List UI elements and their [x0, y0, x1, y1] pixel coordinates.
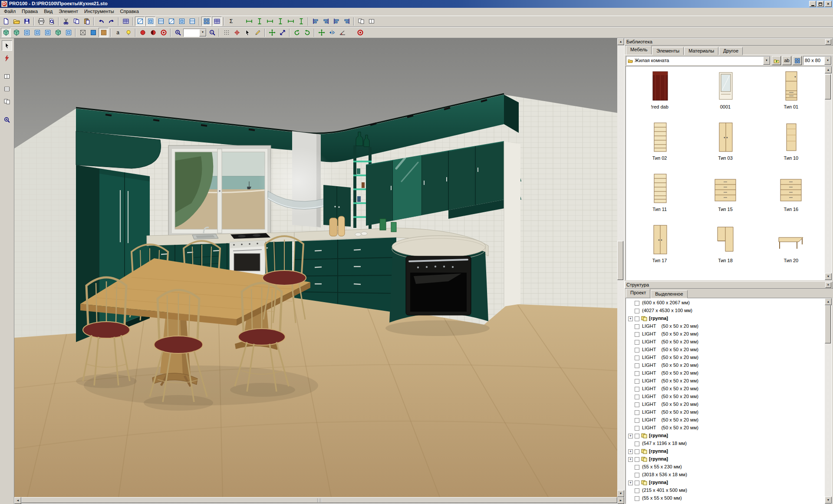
- pan-view-button[interactable]: [316, 28, 326, 37]
- library-item[interactable]: Тип 11: [627, 171, 692, 223]
- structure-item[interactable]: LIGHT (50 x 50 x 20 мм): [628, 408, 825, 416]
- draw-pencil-button[interactable]: [253, 28, 263, 37]
- view-perspective-button[interactable]: [1, 28, 11, 37]
- item-checkbox[interactable]: [635, 395, 639, 399]
- show-library-panel-toggle[interactable]: [201, 16, 211, 26]
- viewport-vscrollbar[interactable]: ▲ ▼: [617, 38, 624, 497]
- sort-alpha-button[interactable]: ab: [782, 56, 791, 65]
- structure-item[interactable]: LIGHT (50 x 50 x 20 мм): [628, 338, 825, 346]
- expand-toggle[interactable]: +: [628, 316, 633, 321]
- item-checkbox[interactable]: [635, 316, 639, 321]
- thumbnail-view-button[interactable]: [793, 56, 802, 65]
- item-checkbox[interactable]: [635, 441, 639, 446]
- minimize-button[interactable]: [809, 1, 816, 7]
- structure-item[interactable]: LIGHT (50 x 50 x 20 мм): [628, 362, 825, 369]
- menu-view[interactable]: Вид: [41, 8, 56, 15]
- redo-button[interactable]: [106, 16, 116, 26]
- item-checkbox[interactable]: [635, 418, 639, 423]
- scroll-down-button[interactable]: ▼: [825, 273, 832, 280]
- item-checkbox[interactable]: [635, 481, 639, 485]
- expand-toggle[interactable]: +: [628, 457, 633, 462]
- library-item[interactable]: !red dab: [627, 69, 692, 120]
- show-grid-toggle[interactable]: [145, 16, 155, 26]
- scrollbar-track[interactable]: [21, 497, 617, 504]
- size-dropdown-button[interactable]: ▼: [824, 56, 831, 65]
- structure-group[interactable]: +[группа]: [628, 315, 825, 323]
- split-horizontal-button[interactable]: [2, 71, 12, 82]
- menu-help[interactable]: Справка: [117, 8, 142, 15]
- structure-item[interactable]: LIGHT (50 x 50 x 20 мм): [628, 416, 825, 424]
- item-checkbox[interactable]: [635, 449, 639, 454]
- item-checkbox[interactable]: [635, 379, 639, 384]
- thumb-size-combo[interactable]: 80 x 80 ▼: [803, 56, 832, 65]
- structure-item[interactable]: (55 x 55 x 500 мм): [628, 494, 825, 502]
- color-mode-button[interactable]: [88, 28, 98, 37]
- item-checkbox[interactable]: [635, 348, 639, 352]
- dim-height-button[interactable]: [254, 16, 264, 26]
- scrollbar-thumb[interactable]: [21, 497, 617, 503]
- item-checkbox[interactable]: [635, 488, 639, 493]
- item-checkbox[interactable]: [635, 457, 639, 462]
- structure-group[interactable]: +[группа]: [628, 448, 825, 455]
- view-top-button[interactable]: [22, 28, 32, 37]
- structure-item[interactable]: LIGHT (50 x 50 x 20 мм): [628, 393, 825, 401]
- dim-width-button[interactable]: [244, 16, 254, 26]
- close-button[interactable]: ×: [825, 1, 832, 7]
- window[interactable]: [166, 145, 273, 240]
- scroll-right-button[interactable]: ►: [617, 497, 624, 504]
- library-item[interactable]: Тип 15: [692, 171, 758, 223]
- view-axonometric-button[interactable]: [11, 28, 21, 37]
- scroll-down-button[interactable]: ▼: [825, 497, 832, 504]
- maximize-button[interactable]: [817, 1, 824, 7]
- price-list-button[interactable]: Σ: [226, 16, 236, 26]
- viewport-3d-view[interactable]: [14, 38, 617, 497]
- view-corner-button[interactable]: [53, 28, 63, 37]
- zoom-dropdown-button[interactable]: ▼: [199, 29, 206, 36]
- show-selection-frame-toggle[interactable]: [135, 16, 145, 26]
- ungroup-elements-button[interactable]: [366, 16, 376, 26]
- item-checkbox[interactable]: [635, 356, 639, 360]
- show-structure-panel-toggle[interactable]: [212, 16, 222, 26]
- tab-selected[interactable]: Выделенное: [651, 290, 687, 298]
- align-bottom-button[interactable]: [342, 16, 352, 26]
- item-checkbox[interactable]: [635, 465, 639, 470]
- structure-item[interactable]: (55 x 55 x 230 мм): [628, 463, 825, 471]
- item-checkbox[interactable]: [635, 473, 639, 478]
- group-elements-button[interactable]: [356, 16, 366, 26]
- item-checkbox[interactable]: [635, 434, 639, 438]
- structure-scrollbar[interactable]: ▲ ▼: [825, 298, 832, 504]
- tab-furniture[interactable]: Мебель: [626, 46, 652, 55]
- library-item[interactable]: Тип 20: [758, 223, 824, 274]
- show-lights-toggle[interactable]: [187, 16, 197, 26]
- library-item[interactable]: Тип 18: [692, 223, 758, 274]
- folder-up-button[interactable]: [772, 56, 781, 65]
- library-item[interactable]: Тип 02: [627, 120, 692, 171]
- align-right-button[interactable]: [321, 16, 331, 26]
- item-checkbox[interactable]: [635, 496, 639, 501]
- item-checkbox[interactable]: [635, 309, 639, 313]
- dimension-tool-button[interactable]: [2, 53, 12, 63]
- mirror-element-button[interactable]: [327, 28, 337, 37]
- view-front-button[interactable]: [32, 28, 42, 37]
- move-element-button[interactable]: [267, 28, 277, 37]
- menu-edit[interactable]: Правка: [19, 8, 41, 15]
- scroll-up-button[interactable]: ▲: [825, 66, 832, 73]
- structure-item[interactable]: LIGHT (50 x 50 x 20 мм): [628, 377, 825, 385]
- pos-y-button[interactable]: [286, 16, 296, 26]
- structure-item[interactable]: (215 x 401 x 500 мм): [628, 487, 825, 494]
- library-item[interactable]: Тип 16: [758, 171, 824, 223]
- item-checkbox[interactable]: [635, 387, 639, 392]
- structure-item[interactable]: LIGHT (50 x 50 x 20 мм): [628, 354, 825, 362]
- library-item[interactable]: 0001: [692, 69, 758, 120]
- select-cursor-button[interactable]: [242, 28, 252, 37]
- item-checkbox[interactable]: [635, 332, 639, 337]
- new-file-button[interactable]: [1, 16, 11, 26]
- structure-item[interactable]: LIGHT (50 x 50 x 20 мм): [628, 401, 825, 408]
- zoom-in-button[interactable]: [173, 28, 183, 37]
- tab-materials[interactable]: Материалы: [684, 47, 718, 55]
- library-scrollbar[interactable]: ▲ ▼: [825, 66, 832, 280]
- lights-toggle[interactable]: [123, 28, 133, 37]
- show-edges-toggle[interactable]: [166, 16, 176, 26]
- zoom-combo[interactable]: ▼: [183, 29, 207, 37]
- render-shaded-button[interactable]: [148, 28, 158, 37]
